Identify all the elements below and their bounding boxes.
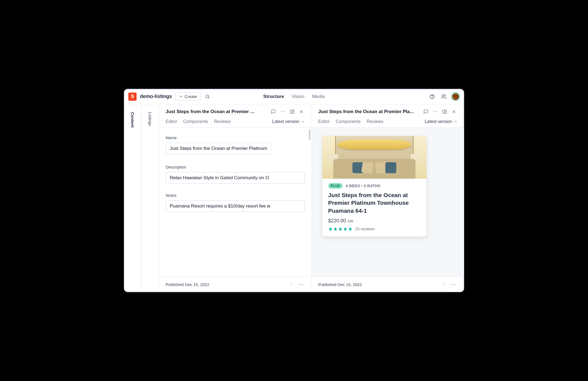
field-notes-input[interactable]: Puamana Resort requires a $10/day resort… xyxy=(166,200,305,212)
more-button[interactable] xyxy=(432,108,439,115)
sidebar-tab-listings-label: Listings xyxy=(148,112,152,126)
close-pane-button[interactable] xyxy=(450,108,457,115)
svg-point-5 xyxy=(282,111,283,112)
restore-button[interactable] xyxy=(440,281,448,288)
arrow-up-icon xyxy=(442,282,446,287)
sidebar-tab-listings[interactable]: Listings xyxy=(142,104,159,292)
ellipsis-icon xyxy=(299,282,304,287)
plus-badge: PLUS xyxy=(328,183,343,189)
app-logo[interactable]: S xyxy=(128,93,137,101)
ellipsis-icon xyxy=(451,282,456,287)
svg-point-3 xyxy=(442,94,444,96)
tab-editor[interactable]: Editor xyxy=(166,119,177,127)
plus-icon xyxy=(179,94,183,99)
svg-point-16 xyxy=(453,284,454,285)
field-description-input[interactable]: Relax Hawaiian Style in Gated Community … xyxy=(166,172,305,184)
field-name: Name Just Steps from the Ocean at Premie… xyxy=(166,135,305,155)
star-rating xyxy=(328,227,352,231)
create-label: Create xyxy=(185,94,197,99)
preview-pane-title: Just Steps from the Ocean at Premier Pla… xyxy=(318,109,420,114)
search-icon xyxy=(205,94,210,99)
body: Content Listings Just Steps from the Oce… xyxy=(124,104,464,292)
field-notes-label: Notes xyxy=(166,193,305,198)
editor-footer: Published Dec 15, 2022 xyxy=(159,277,312,292)
svg-point-6 xyxy=(284,111,284,112)
footer-more-button[interactable] xyxy=(297,281,305,288)
field-notes: Notes Puamana Resort requires a $10/day … xyxy=(166,193,305,212)
star-icon xyxy=(338,227,343,231)
scrollbar[interactable] xyxy=(309,129,310,140)
close-icon xyxy=(451,109,456,114)
version-dropdown[interactable]: Latest version xyxy=(425,119,457,127)
editor-pane-title: Just Steps from the Ocean at Premier … xyxy=(166,109,267,114)
ellipsis-icon xyxy=(280,109,285,114)
tab-components[interactable]: Components xyxy=(183,119,208,127)
help-button[interactable] xyxy=(428,93,436,100)
svg-point-0 xyxy=(206,95,209,98)
listing-image xyxy=(322,136,426,179)
topbar-right xyxy=(428,93,460,101)
tab-reviews[interactable]: Reviews xyxy=(214,119,231,127)
svg-point-4 xyxy=(281,111,281,112)
project-name[interactable]: demo-listings xyxy=(140,94,172,99)
nav-media[interactable]: Media xyxy=(312,94,325,99)
field-name-input[interactable]: Just Steps from the Ocean at Premier Pla… xyxy=(166,143,271,154)
comments-button[interactable] xyxy=(270,108,277,115)
split-pane-button[interactable] xyxy=(289,108,296,115)
version-label: Latest version xyxy=(425,119,452,124)
close-icon xyxy=(299,109,304,114)
svg-point-11 xyxy=(434,111,434,112)
preview-pane-header: Just Steps from the Ocean at Premier Pla… xyxy=(312,104,464,128)
chevron-down-icon xyxy=(301,120,305,124)
sidebar-tab-content-label: Content xyxy=(130,112,135,128)
top-nav: Structure Vision Media xyxy=(263,94,325,99)
field-name-label: Name xyxy=(166,135,305,140)
preview-pane: Just Steps from the Ocean at Premier Pla… xyxy=(312,104,464,292)
editor-pane-header: Just Steps from the Ocean at Premier … E… xyxy=(159,104,312,128)
version-label: Latest version xyxy=(272,119,299,124)
svg-point-9 xyxy=(301,284,301,285)
svg-point-2 xyxy=(432,97,432,98)
star-icon xyxy=(328,227,333,231)
split-icon xyxy=(442,109,447,114)
create-button[interactable]: Create xyxy=(175,93,200,100)
presence-button[interactable] xyxy=(440,93,448,100)
publish-status: Published Dec 15, 2022 xyxy=(318,282,362,287)
tab-reviews[interactable]: Reviews xyxy=(367,119,383,127)
topbar: S demo-listings Create Structure Vision … xyxy=(124,89,464,104)
user-avatar[interactable] xyxy=(451,93,460,101)
ellipsis-icon xyxy=(433,109,438,114)
help-icon xyxy=(429,94,435,99)
split-pane-button[interactable] xyxy=(441,108,448,115)
star-icon xyxy=(333,227,338,231)
restore-button[interactable] xyxy=(287,281,295,288)
svg-point-15 xyxy=(452,284,453,285)
listing-rating: 15 reviews xyxy=(328,226,420,231)
preview-footer: Published Dec 15, 2022 xyxy=(312,277,464,292)
search-button[interactable] xyxy=(204,93,211,100)
app-window: S demo-listings Create Structure Vision … xyxy=(124,89,464,292)
comment-icon xyxy=(271,109,276,114)
close-pane-button[interactable] xyxy=(298,108,305,115)
split-icon xyxy=(290,109,295,114)
sidebar-tab-content[interactable]: Content xyxy=(124,104,142,292)
nav-vision[interactable]: Vision xyxy=(292,94,304,99)
listing-meta: 4 BEDS • 2 BATHS xyxy=(346,184,381,188)
more-button[interactable] xyxy=(279,108,286,115)
listing-card[interactable]: PLUS 4 BEDS • 2 BATHS Just Steps from th… xyxy=(322,136,426,237)
tab-components[interactable]: Components xyxy=(336,119,361,127)
tab-editor[interactable]: Editor xyxy=(318,119,330,127)
preview-body: PLUS 4 BEDS • 2 BATHS Just Steps from th… xyxy=(312,128,464,277)
svg-point-8 xyxy=(299,284,300,285)
nav-structure[interactable]: Structure xyxy=(263,94,284,99)
chevron-down-icon xyxy=(454,120,457,124)
comment-icon xyxy=(423,109,428,114)
version-dropdown[interactable]: Latest version xyxy=(272,119,305,127)
arrow-up-icon xyxy=(289,282,293,287)
svg-point-10 xyxy=(302,284,303,285)
comments-button[interactable] xyxy=(422,108,429,115)
footer-more-button[interactable] xyxy=(450,281,457,288)
listing-price: $220.00 /wk xyxy=(328,218,420,224)
star-icon xyxy=(348,227,352,231)
svg-point-12 xyxy=(435,111,436,112)
